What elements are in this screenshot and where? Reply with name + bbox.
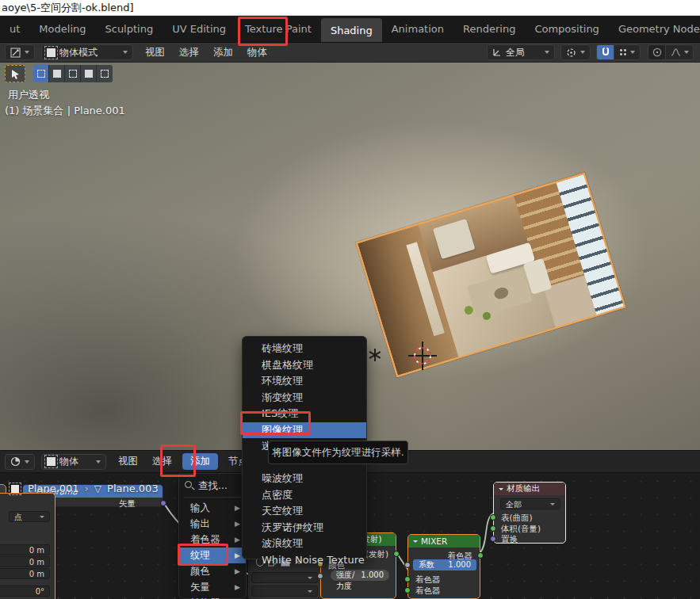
select-mode-invert-button[interactable] <box>81 65 97 82</box>
workspace-tab[interactable]: Modeling <box>29 16 95 42</box>
workspace-tab[interactable]: Sculpting <box>95 16 163 42</box>
texture-menu-item[interactable]: 噪波纹理 <box>243 471 366 487</box>
surface-input-label: 表(曲面) <box>494 512 565 523</box>
workspace-tab[interactable]: Compositing <box>525 16 609 42</box>
output-target-value: 全部 <box>506 499 522 509</box>
falloff-dropdown[interactable] <box>665 44 694 60</box>
workspace-tab[interactable]: ut <box>0 16 29 42</box>
chevron-down-icon <box>123 51 128 54</box>
texture-menu-item[interactable]: 渐变纹理 <box>243 390 366 406</box>
breadcrumb-object-name[interactable]: Plane.001 <box>28 483 79 494</box>
mapping-rotation-x-field[interactable]: 0° <box>0 586 50 597</box>
shader-input-socket-2[interactable] <box>404 587 411 593</box>
texture-menu-item[interactable]: IES纹理 <box>243 406 366 422</box>
select-mode-extend-button[interactable] <box>49 65 65 82</box>
select-mode-set-button[interactable] <box>33 65 49 82</box>
fac-input-socket[interactable] <box>404 562 411 568</box>
shader-menu-add[interactable]: 添加 <box>182 453 218 470</box>
proportional-circle-icon <box>652 48 662 57</box>
snap-dots-icon <box>619 48 627 56</box>
mapping-x-field[interactable]: 0 m <box>0 544 50 555</box>
mixer-node-header[interactable]: MIXER <box>408 535 480 547</box>
texture-menu-item[interactable]: 环境纹理 <box>243 373 366 390</box>
workspace-tab[interactable]: Rendering <box>453 16 525 42</box>
mode-dropdown[interactable]: 物体模式 <box>41 44 133 60</box>
add-menu-item[interactable]: 着色器▶ <box>179 532 246 547</box>
texture-menu-item[interactable]: 波浪纹理 <box>243 536 366 552</box>
texture-menu-item[interactable]: 砖墙纹理 <box>243 341 366 357</box>
workspace-tab[interactable]: Animation <box>382 16 453 42</box>
vector-output-socket[interactable] <box>160 500 166 506</box>
workspace-tab[interactable]: UV Editing <box>163 16 235 42</box>
orientation-dropdown[interactable]: 全局 <box>487 44 555 60</box>
editor-type-selector[interactable] <box>5 44 35 60</box>
falloff-curve-icon <box>671 48 681 56</box>
emission-strength-field[interactable]: 强度/力度 1.000 <box>331 570 389 581</box>
mapping-y-field[interactable]: 0 m <box>0 556 50 567</box>
texture-menu-item[interactable]: 沃罗诺伊纹理 <box>243 520 366 536</box>
add-menu-item[interactable]: 纹理▶ <box>179 547 246 563</box>
strength-input-socket[interactable] <box>317 573 323 579</box>
material-output-node[interactable]: 材质输出 全部 表(曲面) 体积(音量) 置换 <box>493 482 566 544</box>
rendered-room-preview[interactable] <box>356 173 626 378</box>
texture-option-dropdown[interactable] <box>251 572 318 583</box>
texture-menu-item[interactable]: 棋盘格纹理 <box>243 357 366 374</box>
viewport-menus: 视图选择添加物体 <box>138 43 274 62</box>
select-mode-intersect-button[interactable] <box>97 65 113 82</box>
pivot-dropdown[interactable] <box>560 44 591 60</box>
select-mode-subtract-button[interactable] <box>65 65 81 82</box>
workspace-tab[interactable]: Texture Paint <box>235 16 321 42</box>
proportional-group <box>648 44 694 60</box>
add-menu-item[interactable]: 转换器▶ <box>179 595 246 599</box>
add-menu-item[interactable]: 矢量▶ <box>179 579 246 595</box>
mixer-input2-label: 着色器 <box>408 585 480 596</box>
add-menu-item[interactable]: 颜色▶ <box>179 563 246 579</box>
workspace-tab[interactable]: Geometry Nodes <box>609 16 700 42</box>
viewport-menu-item[interactable]: 选择 <box>172 43 206 62</box>
object-mode-icon <box>47 48 55 57</box>
texture-option-dropdown-2[interactable] <box>251 586 318 597</box>
mapping-type-dropdown[interactable]: 点 <box>9 511 50 522</box>
texture-menu-item[interactable]: 天空纹理 <box>243 503 366 520</box>
shader-menu-select[interactable]: 选择 <box>145 451 179 472</box>
collapse-caret-icon <box>413 540 418 543</box>
chevron-down-icon <box>25 51 29 54</box>
strength-value: 1.000 <box>361 570 384 581</box>
texture-menu-item[interactable]: 图像纹理 <box>243 422 366 439</box>
collapse-caret-icon <box>499 488 503 490</box>
shader-ball-icon <box>10 456 21 467</box>
texture-menu-item[interactable]: White Noise Texture <box>243 552 366 569</box>
mixer-fac-slider[interactable]: 系数 1.000 <box>413 559 476 570</box>
surface-input-socket[interactable] <box>490 514 496 521</box>
texture-menu-item[interactable]: 点密度 <box>243 487 366 504</box>
menu-item-search[interactable]: 查找... <box>179 478 228 494</box>
mixer-output-socket[interactable] <box>477 552 484 559</box>
magnet-icon <box>601 48 610 57</box>
breadcrumb-mesh-name[interactable]: Plane.003 <box>107 483 159 494</box>
mapping-z-field[interactable]: 0 m <box>0 568 50 579</box>
output-target-dropdown[interactable]: 全部 <box>500 498 560 509</box>
viewport-menu-item[interactable]: 添加 <box>206 43 240 62</box>
displacement-input-socket[interactable] <box>490 536 496 542</box>
add-menu-item[interactable]: 输出▶ <box>179 516 246 532</box>
mapping-node[interactable]: 点 0 m 0 m 0 m 0° <box>0 493 55 599</box>
viewport-menu-item[interactable]: 物体 <box>240 43 274 62</box>
chevron-down-icon <box>545 51 549 54</box>
orientation-label: 全局 <box>506 46 541 59</box>
add-node-menu: 查找... 输入▶输出▶着色器▶纹理▶颜色▶矢量▶转换器▶ <box>178 473 247 599</box>
volume-input-socket[interactable] <box>490 525 496 532</box>
workspace-tab[interactable]: Shading <box>321 18 382 42</box>
snap-settings-dropdown[interactable] <box>614 44 641 60</box>
shader-input-socket-1[interactable] <box>404 576 411 582</box>
active-tool-button[interactable] <box>5 65 25 82</box>
viewport-menu-item[interactable]: 视图 <box>138 43 172 62</box>
shader-editor-type-selector[interactable] <box>5 454 35 470</box>
proportional-edit-toggle[interactable] <box>648 44 665 60</box>
add-menu-item[interactable]: 输入▶ <box>179 500 246 516</box>
snap-magnet-toggle[interactable] <box>596 44 614 60</box>
shader-menu-view[interactable]: 视图 <box>111 451 145 472</box>
shader-mode-dropdown[interactable]: 物体 <box>41 454 106 470</box>
mixer-node[interactable]: MIXER 着色器 系数 1.000 着色器 着色器 <box>407 534 480 599</box>
emission-output-socket[interactable] <box>393 551 400 557</box>
output-node-header[interactable]: 材质输出 <box>494 483 565 495</box>
